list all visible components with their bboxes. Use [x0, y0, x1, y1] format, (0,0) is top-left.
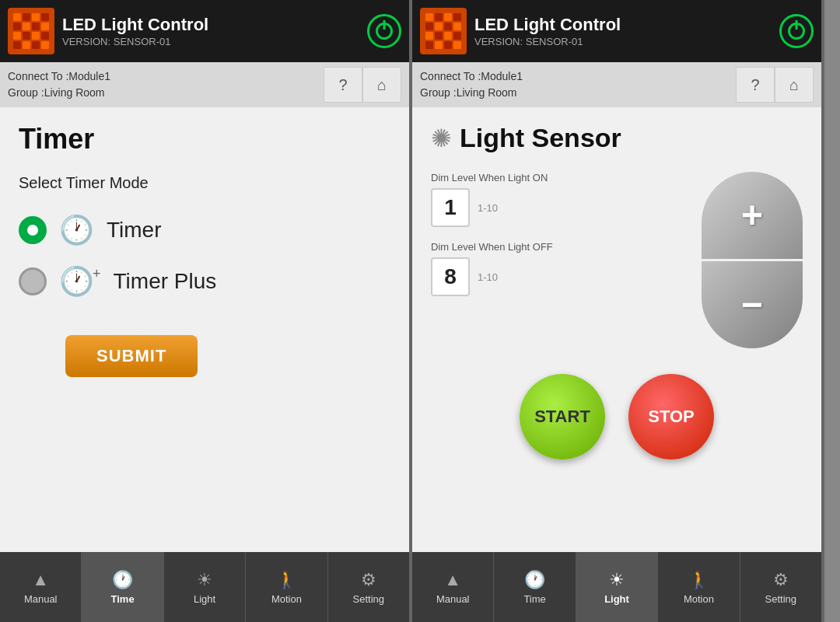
right-bottom-nav: ▲ Manual 🕐 Time ☀ Light 🚶 Motion ⚙ Setti… — [412, 552, 821, 622]
dim-on-range: 1-10 — [478, 202, 498, 214]
left-app-subtitle: VERSION: SENSOR-01 — [62, 36, 359, 47]
sensor-controls: Dim Level When Light ON 1 1-10 Dim Level… — [431, 172, 803, 351]
dim-controls: Dim Level When Light ON 1 1-10 Dim Level… — [431, 172, 686, 351]
sensor-title: Light Sensor — [460, 123, 621, 153]
right-nav-motion-label: Motion — [684, 593, 714, 605]
right-app-subtitle: VERSION: SENSOR-01 — [474, 36, 772, 47]
stop-button[interactable]: STOP — [628, 374, 714, 460]
sensor-title-row: ✺ Light Sensor — [431, 123, 803, 153]
right-help-icon: ? — [751, 76, 759, 94]
right-nav-motion-icon: 🚶 — [688, 570, 709, 590]
left-nav-manual-icon: ▲ — [32, 570, 49, 590]
left-nav-motion[interactable]: 🚶 Motion — [246, 552, 327, 622]
left-logo — [8, 8, 54, 54]
dim-on-row: Dim Level When Light ON 1 1-10 — [431, 172, 686, 227]
dim-on-value[interactable]: 1 — [431, 188, 470, 227]
right-nav-time-label: Time — [523, 593, 545, 605]
right-connect-text: Connect To :Module1 — [420, 68, 736, 85]
dim-off-value[interactable]: 8 — [431, 257, 470, 296]
left-nav-setting[interactable]: ⚙ Setting — [328, 552, 409, 622]
left-nav-motion-icon: 🚶 — [276, 570, 297, 590]
left-bottom-nav: ▲ Manual 🕐 Time ☀ Light 🚶 Motion ⚙ Setti… — [0, 552, 409, 622]
right-nav-light[interactable]: ☀ Light — [576, 552, 658, 622]
right-panel: LED Light Control VERSION: SENSOR-01 Con… — [412, 0, 824, 622]
left-help-button[interactable]: ? — [324, 67, 362, 103]
start-button[interactable]: START — [520, 374, 605, 460]
right-nav-manual[interactable]: ▲ Manual — [412, 552, 494, 622]
radio-timer[interactable] — [19, 216, 47, 244]
right-nav-motion[interactable]: 🚶 Motion — [658, 552, 740, 622]
right-header: LED Light Control VERSION: SENSOR-01 — [412, 0, 821, 62]
right-app-title: LED Light Control — [474, 15, 772, 35]
dim-off-range: 1-10 — [478, 271, 498, 283]
right-nav-light-label: Light — [604, 593, 629, 605]
right-subheader: Connect To :Module1 Group :Living Room ?… — [412, 62, 821, 107]
dial-plus-button[interactable]: + — [702, 172, 803, 259]
left-power-button[interactable] — [367, 14, 401, 48]
left-panel: LED Light Control VERSION: SENSOR-01 Con… — [0, 0, 412, 622]
radio-timer-plus[interactable] — [19, 267, 47, 295]
right-power-icon — [788, 23, 805, 40]
left-home-icon: ⌂ — [377, 76, 387, 94]
right-home-button[interactable]: ⌂ — [775, 67, 814, 103]
left-connection-info: Connect To :Module1 Group :Living Room — [8, 68, 324, 101]
timer-title: Timer — [19, 123, 390, 156]
left-nav-manual-label: Manual — [24, 593, 58, 605]
timer-option-1[interactable]: 🕐 Timer — [19, 214, 390, 246]
left-title-block: LED Light Control VERSION: SENSOR-01 — [62, 15, 359, 47]
left-subheader: Connect To :Module1 Group :Living Room ?… — [0, 62, 409, 107]
right-nav-manual-icon: ▲ — [444, 570, 461, 590]
dial-minus-button[interactable]: − — [702, 261, 803, 348]
select-mode-label: Select Timer Mode — [19, 174, 390, 192]
right-nav-light-icon: ☀ — [609, 570, 625, 590]
left-nav-setting-icon: ⚙ — [361, 570, 376, 590]
left-nav-light-icon: ☀ — [197, 570, 212, 590]
dim-off-input-row: 8 1-10 — [431, 257, 686, 296]
left-nav-time[interactable]: 🕐 Time — [82, 552, 163, 622]
right-nav-setting-icon: ⚙ — [773, 570, 789, 590]
right-connection-info: Connect To :Module1 Group :Living Room — [420, 68, 736, 101]
timer-option-2[interactable]: 🕐 + Timer Plus — [19, 265, 390, 298]
left-group-text: Group :Living Room — [8, 85, 324, 101]
right-content: ✺ Light Sensor Dim Level When Light ON 1… — [412, 107, 821, 552]
timer-clock-icon: 🕐 — [59, 214, 94, 246]
left-nav-light[interactable]: ☀ Light — [164, 552, 246, 622]
left-nav-time-icon: 🕐 — [112, 570, 133, 590]
timer-option-2-label: Timer Plus — [114, 269, 217, 294]
submit-button[interactable]: SUBMIT — [65, 335, 198, 377]
left-nav-manual[interactable]: ▲ Manual — [0, 552, 82, 622]
right-nav-time[interactable]: 🕐 Time — [494, 552, 576, 622]
right-help-button[interactable]: ? — [736, 67, 775, 103]
dial-container: + − — [702, 172, 803, 351]
right-nav-manual-label: Manual — [436, 593, 470, 605]
timer-option-1-label: Timer — [107, 218, 162, 243]
dial-plus-symbol: + — [741, 197, 763, 234]
left-connect-text: Connect To :Module1 — [8, 68, 324, 85]
right-logo — [420, 8, 467, 54]
dial-minus-symbol: − — [741, 286, 763, 323]
left-power-icon — [376, 23, 393, 40]
left-nav-setting-label: Setting — [353, 593, 384, 605]
timer-plus-clock-icon: 🕐 + — [59, 265, 101, 298]
right-nav-time-icon: 🕐 — [524, 570, 545, 590]
left-nav-time-label: Time — [111, 593, 135, 605]
dim-off-row: Dim Level When Light OFF 8 1-10 — [431, 241, 686, 296]
left-app-title: LED Light Control — [62, 15, 359, 35]
dim-on-label: Dim Level When Light ON — [431, 172, 686, 183]
sensor-sun-icon: ✺ — [431, 124, 452, 153]
right-power-button[interactable] — [779, 14, 814, 48]
dim-on-input-row: 1 1-10 — [431, 188, 686, 227]
left-help-icon: ? — [338, 76, 347, 94]
left-nav-motion-label: Motion — [271, 593, 302, 605]
left-nav-light-label: Light — [194, 593, 215, 605]
right-home-icon: ⌂ — [789, 76, 799, 94]
right-title-block: LED Light Control VERSION: SENSOR-01 — [474, 15, 772, 47]
right-nav-setting[interactable]: ⚙ Setting — [740, 552, 821, 622]
right-nav-setting-label: Setting — [765, 593, 796, 605]
left-header: LED Light Control VERSION: SENSOR-01 — [0, 0, 409, 62]
left-home-button[interactable]: ⌂ — [362, 67, 401, 103]
left-content: Timer Select Timer Mode 🕐 Timer 🕐 + Time… — [0, 107, 409, 552]
sensor-buttons: START STOP — [431, 374, 803, 460]
right-group-text: Group :Living Room — [420, 85, 736, 101]
dim-off-label: Dim Level When Light OFF — [431, 241, 686, 253]
